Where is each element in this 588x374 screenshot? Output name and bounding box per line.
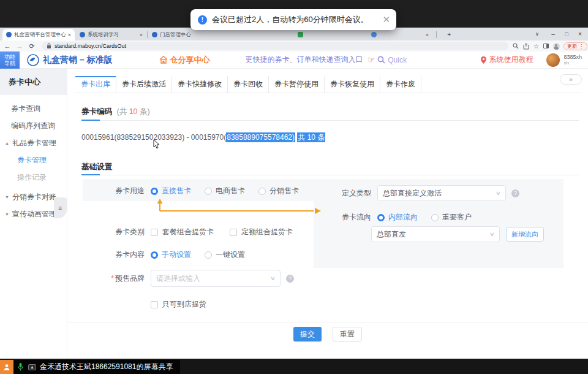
submit-button[interactable]: 提交 [293,327,322,342]
tab-card-resume[interactable]: 券卡恢复使用 [325,76,380,93]
app-logo-icon [27,54,39,66]
app-title: 礼盒营销 – 标准版 [43,55,113,66]
code-selected-count: 共 10 条 [297,132,325,142]
flow-select[interactable]: 总部直发 ∨ [371,226,500,242]
checkbox-label: 只可到店提货 [162,299,206,310]
radio-ecommerce-sale[interactable]: 电商售卡 [205,186,245,196]
radio-one-click-setup[interactable]: 一键设置 [205,250,245,260]
pointing-finger-icon: ☞ [368,55,375,64]
zoom-icon[interactable] [513,43,519,49]
window-close-icon[interactable]: × [573,28,587,40]
share-icon[interactable] [523,43,529,50]
profile-avatar-icon[interactable] [553,43,560,50]
tab-card-recycle[interactable]: 券卡回收 [228,76,269,93]
help-icon[interactable]: ? [511,189,519,197]
tab-card-suspend[interactable]: 券卡暂停使用 [269,76,325,93]
count-prefix: (共 [116,107,129,116]
presale-brand-select[interactable]: 请选择或输入 ∨ [151,270,281,287]
category-row: 券卡类别 套餐组合提货卡 定额组合提货卡 [102,227,309,237]
maximize-icon[interactable]: □ [560,28,573,40]
section-indicator [81,174,100,175]
sidebar-group-gift-card-mgmt[interactable]: ▲ 礼品券卡管理 [0,134,67,151]
tutorial-link[interactable]: 系统使用教程 [481,55,533,65]
tab-label: 券卡出库 [81,79,110,90]
mouse-cursor [153,139,160,149]
radio-direct-sale[interactable]: 直接售卡 [151,186,191,196]
sidebar-item-card-query[interactable]: 券卡查询 [0,100,67,117]
tab-card-void[interactable]: 券卡作废 [380,76,421,93]
tabs-expand-button[interactable]: » [560,74,582,85]
brand-label: *预售品牌 [102,273,145,284]
browser-tab-label: 系统培训学习 [88,31,137,39]
select-placeholder: 请选择或输入 [156,273,200,284]
browser-tab-obscured-1[interactable] [294,29,363,40]
warehouse-share-center-link[interactable]: 仓分享中心 [159,55,210,66]
tab-card-quick-edit[interactable]: 券卡快捷修改 [172,76,228,93]
radio-icon [431,214,439,221]
radio-label: 电商售卡 [216,186,245,196]
help-icon[interactable]: ? [286,275,294,283]
checkbox-fixed-combo-pickup-card[interactable]: 定额组合提货卡 [230,227,293,237]
browser-tab-3[interactable]: 门店管理中心 [148,29,219,40]
url-text: standard.maboy.cn/CardsOut [55,43,126,49]
favicon [80,32,85,37]
lock-icon [47,43,51,49]
radio-manual-setup[interactable]: 手动设置 [151,250,191,260]
flow-select-row: 总部直发 ∨ 新增流向 [371,226,544,242]
expand-triangle-icon: ▼ [5,212,9,216]
reset-button[interactable]: 重置 [333,327,362,342]
tab-card-outbound[interactable]: 券卡出库 [75,76,116,93]
radio-distribution-sale[interactable]: 分销售卡 [258,186,299,196]
sidebar-item-operation-log[interactable]: 操作记录 [0,169,67,186]
browser-tab-2[interactable]: 系统培训学习 × [76,29,146,40]
tab-close-icon[interactable]: × [426,32,429,38]
browser-tab-obscured-2[interactable]: × [368,29,432,40]
checkbox-label: 套餐组合提货卡 [162,227,214,237]
user-block[interactable]: 8385xh xh [546,53,582,67]
tab-close-icon[interactable]: × [140,32,143,38]
radio-internal-flow[interactable]: 内部流向 [377,212,418,223]
reset-label: 重置 [340,329,355,340]
footer-buttons: 提交 重置 [67,327,588,342]
browser-tab-label: 礼盒营销平台管理中心 [14,31,66,39]
sidebar-item-label: 分销券卡对账 [12,192,56,202]
basic-settings-title: 基础设置 [81,162,112,171]
participant-icon[interactable] [0,360,13,374]
sidebar-item-code-sequence-query[interactable]: 编码序列查询 [0,117,67,134]
sidebar-item-card-management[interactable]: 券卡管理 [0,151,67,169]
reload-icon[interactable]: ⟳ [27,42,37,50]
back-icon[interactable]: ← [2,42,12,50]
add-flow-button[interactable]: 新增流向 [506,227,544,242]
forward-icon[interactable]: → [15,42,24,50]
user-avatar [546,53,560,67]
sidebar-item-label: 宣传动画管理 [12,209,56,219]
card-code-range[interactable]: 00015961(8385291502033923) - 00015970(83… [81,132,325,143]
function-nav-button[interactable]: 功能 导航 [0,52,20,69]
address-bar[interactable]: standard.maboy.cn/CardsOut [42,42,508,50]
minimize-icon[interactable]: – [546,28,560,40]
checkbox-store-pickup-only[interactable]: 只可到店提货 [151,299,206,310]
tab-label: 券卡作废 [386,79,415,90]
sidebar-title: 券卡中心 [0,69,67,95]
sidebar-item-label: 券卡管理 [17,155,47,166]
tab-close-icon[interactable]: × [68,32,71,38]
sidebar-item-label: 券卡查询 [11,104,40,114]
browser-tab-active[interactable]: 礼盒营销平台管理中心 × [2,29,75,40]
quick-search-zone[interactable]: 更快捷的券卡、订单和快递查询入口 ☞ Quick [246,55,407,65]
tab-label: 券卡暂停使用 [274,79,318,90]
define-type-select[interactable]: 总部直接定义激活 ∨ [377,185,506,201]
checkbox-combo-pickup-card[interactable]: 套餐组合提货卡 [151,227,214,237]
bookmark-star-icon[interactable]: ☆ [533,43,539,50]
new-tab-button[interactable]: ＋ [442,28,456,40]
card-codes-header: 券卡编码 (共 10 条) [81,107,150,117]
radio-important-customer[interactable]: 重要客户 [431,212,472,223]
usage-label: 券卡用途 [102,186,145,196]
tab-search-icon[interactable]: ∨ [530,28,544,40]
chrome-update-button[interactable]: 更新 ⋮ [564,42,587,50]
nav-label-line1: 功能 [4,54,15,60]
username: 8385xh [564,54,582,60]
favicon [6,32,12,37]
tab-card-later-activate[interactable]: 券卡后续激活 [116,76,172,93]
toast-close-icon[interactable]: ✕ [382,14,390,25]
side-panel-icon[interactable] [543,44,549,48]
